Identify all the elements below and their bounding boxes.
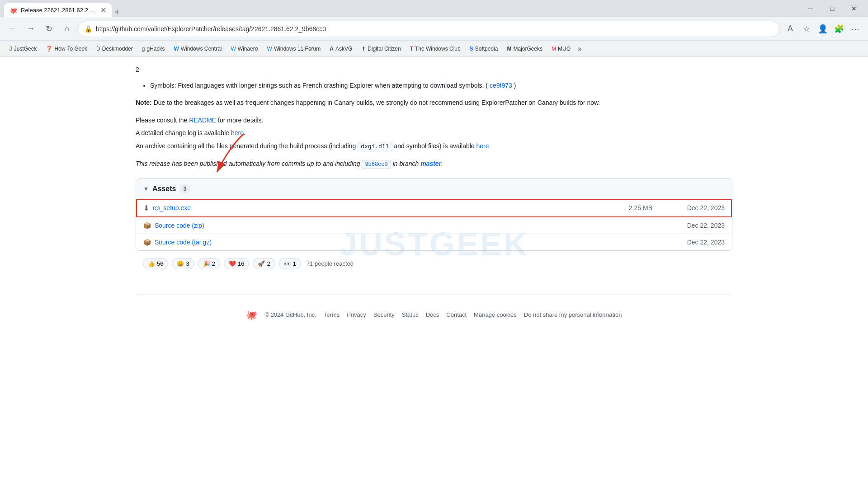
dxgi-dll-code: dxgi.dll bbox=[358, 142, 392, 151]
bookmark-digital-citizen[interactable]: ✝ Digital Citizen bbox=[358, 44, 404, 54]
majorgeeks-favicon: M bbox=[507, 46, 511, 52]
note-paragraph: Note: Due to the breakages as well as fr… bbox=[136, 98, 732, 108]
reaction-eyes[interactable]: 👀 1 bbox=[279, 258, 301, 269]
footer-link-contact[interactable]: Contact bbox=[446, 311, 467, 318]
ghacks-label: gHacks bbox=[146, 46, 165, 52]
page-content: JUSTGEEK 2 Symbols: Fixed languages with… bbox=[0, 57, 868, 488]
footer-link-privacy[interactable]: Privacy bbox=[347, 311, 366, 318]
translate-button[interactable]: A bbox=[783, 22, 797, 36]
heart-emoji: ❤️ bbox=[229, 260, 236, 267]
tab-close-button[interactable]: ✕ bbox=[100, 7, 106, 14]
forward-button[interactable]: → bbox=[24, 22, 38, 36]
minimize-button[interactable]: ─ bbox=[800, 1, 821, 16]
ep-setup-size: 2.25 MB bbox=[629, 204, 652, 211]
bookmark-howtogeek[interactable]: ❓ How-To Geek bbox=[42, 44, 91, 54]
address-text: https://github.com/valinet/ExplorerPatch… bbox=[96, 25, 773, 33]
asset-row-source-tar[interactable]: 📦 Source code (tar.gz) Dec 22, 2023 bbox=[136, 234, 732, 250]
source-tar-link[interactable]: Source code (tar.gz) bbox=[155, 239, 652, 246]
source-zip-link[interactable]: Source code (zip) bbox=[155, 222, 652, 229]
rocket-emoji: 🚀 bbox=[258, 260, 265, 267]
bookmark-justgeek[interactable]: J JustGeek bbox=[5, 44, 40, 54]
reaction-heart[interactable]: ❤️ 16 bbox=[224, 258, 249, 269]
reaction-thumbsup[interactable]: 👍 56 bbox=[143, 258, 168, 269]
muo-label: MUO bbox=[558, 46, 571, 52]
active-tab[interactable]: 🐙 Release 22621.2861.62.2 · valin... ✕ bbox=[4, 3, 112, 17]
bookmarks-overflow-button[interactable]: » bbox=[576, 43, 584, 55]
reaction-rocket[interactable]: 🚀 2 bbox=[253, 258, 275, 269]
favorites-button[interactable]: ☆ bbox=[799, 22, 814, 36]
source-tar-icon: 📦 bbox=[143, 239, 151, 246]
new-tab-button[interactable]: + bbox=[113, 8, 122, 17]
bookmark-askvg[interactable]: A AskVG bbox=[326, 44, 356, 54]
bookmark-majorgeeks[interactable]: M MajorGeeks bbox=[503, 44, 546, 54]
bookmark-windows-club[interactable]: T The Windows Club bbox=[406, 44, 464, 54]
italic-release-line: This release has been published automati… bbox=[136, 159, 732, 169]
bookmark-windows-central[interactable]: W Windows Central bbox=[170, 44, 226, 54]
reaction-tada[interactable]: 🎉 2 bbox=[198, 258, 220, 269]
ep-setup-link[interactable]: ep_setup.exe bbox=[153, 204, 629, 211]
commit-badge[interactable]: 9b68cc0 bbox=[362, 160, 391, 169]
winaero-label: Winaero bbox=[238, 46, 258, 52]
asset-row-ep-setup[interactable]: ⬇ ep_setup.exe 2.25 MB Dec 22, 2023 bbox=[136, 199, 732, 217]
bookmark-winaero[interactable]: W Winaero bbox=[227, 44, 262, 54]
majorgeeks-label: MajorGeeks bbox=[513, 46, 542, 52]
footer-copyright: © 2024 GitHub, Inc. bbox=[264, 311, 316, 318]
address-bar[interactable]: 🔒 https://github.com/valinet/ExplorerPat… bbox=[78, 21, 779, 37]
archive-link[interactable]: here bbox=[476, 142, 489, 150]
ghacks-favicon: g bbox=[142, 46, 145, 52]
refresh-button[interactable]: ↻ bbox=[42, 22, 56, 36]
changelog-text-before: A detailed change log is available bbox=[136, 129, 231, 136]
info-line-readme: Please consult the README for more detai… bbox=[136, 115, 732, 125]
bookmark-deskmodder[interactable]: D Deskmodder bbox=[93, 44, 137, 54]
windows-central-favicon: W bbox=[174, 46, 179, 52]
bullet-text-after: ) bbox=[512, 82, 516, 89]
assets-header[interactable]: ▼ Assets 3 bbox=[136, 179, 732, 199]
footer-link-status[interactable]: Status bbox=[402, 311, 419, 318]
justgeek-label: JustGeek bbox=[14, 46, 37, 52]
extensions-button[interactable]: 🧩 bbox=[832, 22, 846, 36]
reactions-total-text: 71 people reacted bbox=[307, 260, 354, 267]
archive-text-after: . bbox=[489, 142, 491, 150]
source-zip-icon: 📦 bbox=[143, 222, 151, 229]
content-wrapper: JUSTGEEK 2 Symbols: Fixed languages with… bbox=[136, 66, 732, 335]
footer-link-security[interactable]: Security bbox=[373, 311, 395, 318]
assets-count-badge: 3 bbox=[179, 184, 190, 193]
branch-link[interactable]: master bbox=[420, 160, 441, 167]
muo-favicon: M bbox=[552, 46, 556, 52]
back-button[interactable]: ← bbox=[5, 22, 20, 36]
italic-text-before: This release has been published automati… bbox=[136, 160, 362, 167]
titlebar: 🐙 Release 22621.2861.62.2 · valin... ✕ +… bbox=[0, 0, 868, 17]
source-tar-date: Dec 22, 2023 bbox=[679, 239, 725, 246]
tab-favicon: 🐙 bbox=[9, 7, 17, 14]
maximize-button[interactable]: □ bbox=[822, 1, 843, 16]
archive-text-middle: and symbol files) is available bbox=[392, 142, 476, 150]
bookmark-windows11forum[interactable]: W Windows 11 Forum bbox=[264, 44, 325, 54]
footer-link-docs[interactable]: Docs bbox=[426, 311, 439, 318]
reaction-smile[interactable]: 😄 3 bbox=[172, 258, 194, 269]
commit-link-ce9f973[interactable]: ce9f973 bbox=[490, 82, 512, 89]
info-line-changelog: A detailed change log is available here. bbox=[136, 128, 732, 138]
close-button[interactable]: ✕ bbox=[844, 1, 864, 16]
eyes-emoji: 👀 bbox=[284, 260, 291, 267]
footer-link-do-not-share[interactable]: Do not share my personal information bbox=[524, 311, 622, 318]
windows-club-label: The Windows Club bbox=[415, 46, 461, 52]
bookmark-muo[interactable]: M MUO bbox=[548, 44, 574, 54]
changelog-link[interactable]: here bbox=[231, 129, 244, 136]
bullet-text-before: Symbols: Fixed languages with longer str… bbox=[150, 82, 490, 89]
window-controls: ─ □ ✕ bbox=[800, 1, 864, 16]
home-button[interactable]: ⌂ bbox=[60, 22, 74, 36]
footer-link-manage-cookies[interactable]: Manage cookies bbox=[474, 311, 517, 318]
tab-bar: 🐙 Release 22621.2861.62.2 · valin... ✕ + bbox=[4, 0, 122, 17]
windows-club-favicon: T bbox=[410, 46, 413, 52]
deskmodder-label: Deskmodder bbox=[102, 46, 133, 52]
readme-link[interactable]: README bbox=[189, 117, 216, 124]
assets-title: Assets bbox=[152, 185, 176, 193]
settings-button[interactable]: ⋯ bbox=[848, 22, 863, 36]
bookmark-ghacks[interactable]: g gHacks bbox=[138, 44, 169, 54]
profile-button[interactable]: 👤 bbox=[816, 22, 830, 36]
bookmark-softpedia[interactable]: S Softpedia bbox=[466, 44, 502, 54]
footer-link-terms[interactable]: Terms bbox=[324, 311, 340, 318]
winaero-favicon: W bbox=[231, 46, 236, 52]
nav-actions: A ☆ 👤 🧩 ⋯ bbox=[783, 22, 863, 36]
asset-row-source-zip[interactable]: 📦 Source code (zip) Dec 22, 2023 bbox=[136, 217, 732, 234]
